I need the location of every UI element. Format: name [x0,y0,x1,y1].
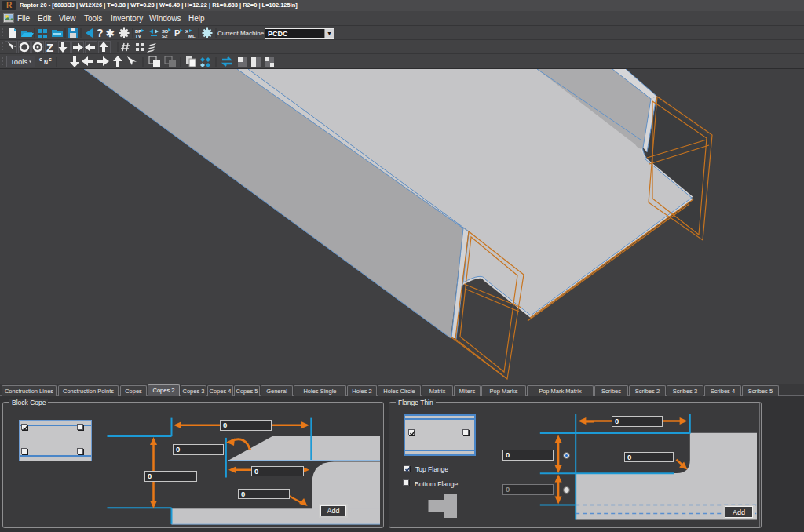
svg-text:✱: ✱ [106,27,115,39]
svg-text:?: ? [97,27,104,39]
svg-text:c: c [39,56,42,62]
svg-text:P: P [174,28,180,38]
svg-text:TV: TV [135,34,141,38]
svg-text:S2: S2 [162,34,168,38]
svg-text:N: N [44,60,48,65]
svg-text:ML: ML [188,34,196,38]
svg-text:Z: Z [46,41,53,54]
svg-text:Tools: Tools [10,57,27,66]
svg-text:c: c [49,56,52,62]
